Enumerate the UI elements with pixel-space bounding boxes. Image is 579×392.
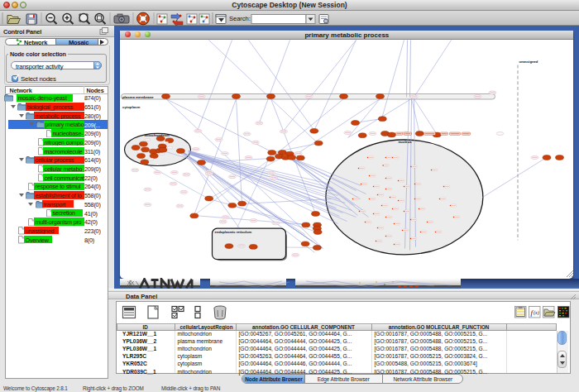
svg-text:mitochondrion: mitochondrion: [144, 133, 169, 137]
svg-text:(x): (x): [534, 310, 539, 316]
svg-text:endoplasmic reticulum: endoplasmic reticulum: [214, 230, 251, 234]
svg-text:cytoplasm: cytoplasm: [122, 104, 140, 108]
svg-text:nucleus: nucleus: [398, 140, 412, 144]
svg-text:unassigned: unassigned: [519, 59, 538, 63]
svg-text:Search:: Search:: [229, 15, 251, 22]
svg-text:plasma membrane: plasma membrane: [122, 94, 154, 98]
